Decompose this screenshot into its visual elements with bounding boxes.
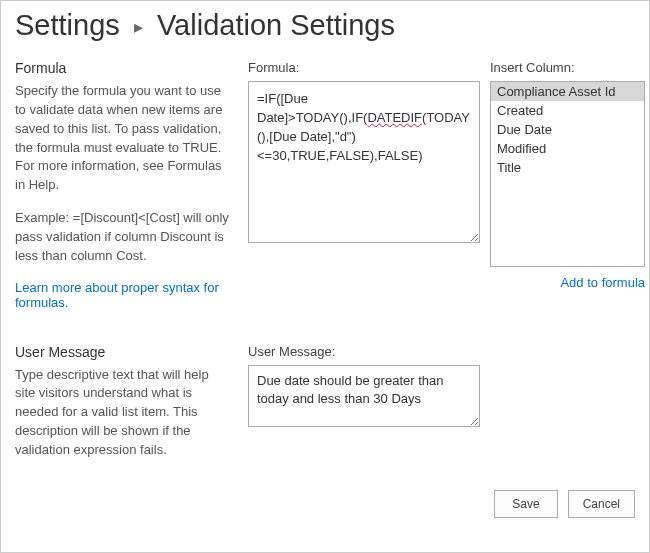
column-item[interactable]: Modified xyxy=(491,139,644,158)
formula-label: Formula: xyxy=(248,60,480,75)
button-row: Save Cancel xyxy=(1,480,649,518)
cancel-button[interactable]: Cancel xyxy=(568,490,635,518)
formula-section-desc: Specify the formula you want to use to v… xyxy=(15,82,230,195)
formula-section: Formula Specify the formula you want to … xyxy=(15,60,635,310)
breadcrumb-parent[interactable]: Settings xyxy=(15,9,120,41)
spellcheck-squiggle: DATEDIF xyxy=(367,110,422,125)
save-button[interactable]: Save xyxy=(494,490,558,518)
breadcrumb: Settings ▸ Validation Settings xyxy=(1,1,649,60)
syntax-help-link[interactable]: Learn more about proper syntax for formu… xyxy=(15,280,230,310)
user-message-section: User Message Type descriptive text that … xyxy=(15,344,635,460)
add-to-formula-link[interactable]: Add to formula xyxy=(490,275,645,290)
formula-input[interactable]: =IF([Due Date]>TODAY(),IF(DATEDIF(TODAY(… xyxy=(248,81,480,243)
user-message-input[interactable] xyxy=(248,365,480,427)
formula-section-example: Example: =[Discount]<[Cost] will only pa… xyxy=(15,209,230,266)
breadcrumb-current: Validation Settings xyxy=(157,9,395,41)
user-message-label: User Message: xyxy=(248,344,635,359)
column-listbox[interactable]: Compliance Asset IdCreatedDue DateModifi… xyxy=(490,81,645,267)
user-message-title: User Message xyxy=(15,344,230,360)
column-item[interactable]: Compliance Asset Id xyxy=(491,82,644,101)
column-item[interactable]: Created xyxy=(491,101,644,120)
column-item[interactable]: Due Date xyxy=(491,120,644,139)
formula-section-title: Formula xyxy=(15,60,230,76)
column-item[interactable]: Title xyxy=(491,158,644,177)
insert-column-label: Insert Column: xyxy=(490,60,645,75)
chevron-right-icon: ▸ xyxy=(134,16,143,38)
user-message-desc: Type descriptive text that will help sit… xyxy=(15,366,230,460)
